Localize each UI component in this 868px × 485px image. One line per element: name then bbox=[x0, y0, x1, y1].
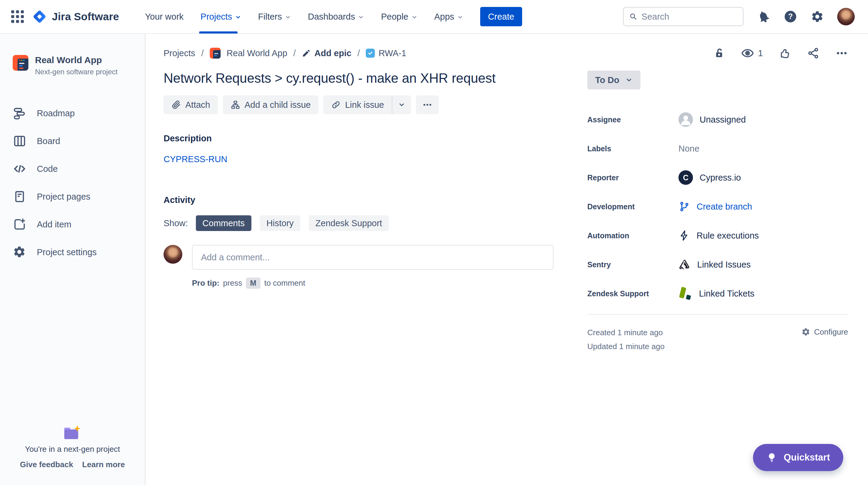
reporter-value[interactable]: C Cypress.io bbox=[679, 170, 741, 185]
jira-logo[interactable]: Jira Software bbox=[32, 9, 119, 24]
notifications-bell-icon[interactable] bbox=[757, 10, 770, 23]
settings-gear-icon[interactable] bbox=[811, 10, 824, 23]
breadcrumb-issue-key[interactable]: RWA-1 bbox=[366, 48, 406, 58]
add-item-icon bbox=[13, 218, 27, 231]
zendesk-linked-tickets-link[interactable]: Linked Tickets bbox=[679, 287, 754, 301]
sidebar-item-project-pages[interactable]: Project pages bbox=[13, 188, 137, 205]
link-icon bbox=[331, 100, 341, 110]
field-zendesk-support: Zendesk Support Linked Tickets bbox=[587, 285, 848, 302]
details-panel: To Do Assignee Unassigned bbox=[587, 71, 854, 353]
breadcrumb-add-epic[interactable]: Add epic bbox=[302, 48, 351, 58]
app-switcher-icon[interactable] bbox=[10, 9, 25, 24]
tab-zendesk-support[interactable]: Zendesk Support bbox=[309, 215, 389, 231]
configure-button[interactable]: Configure bbox=[801, 327, 848, 353]
next-gen-message: You're in a next-gen project bbox=[0, 445, 145, 454]
nav-filters[interactable]: Filters bbox=[250, 0, 300, 33]
like-thumbs-up-icon[interactable] bbox=[779, 47, 791, 59]
watch-eye-icon bbox=[741, 47, 754, 60]
details-divider bbox=[587, 314, 848, 315]
more-actions-button[interactable] bbox=[416, 95, 439, 114]
paperclip-icon bbox=[172, 100, 181, 110]
link-issue-split-button: Link issue bbox=[323, 95, 411, 114]
field-labels: Labels None bbox=[587, 140, 848, 157]
unlock-icon[interactable] bbox=[713, 47, 725, 59]
next-gen-folder-icon bbox=[64, 425, 81, 439]
tab-comments[interactable]: Comments bbox=[196, 215, 251, 231]
chevron-down-icon bbox=[625, 77, 632, 84]
lightbulb-icon bbox=[766, 452, 777, 463]
nav-people[interactable]: People bbox=[372, 0, 426, 33]
attach-button[interactable]: Attach bbox=[163, 95, 218, 114]
sidebar-item-project-settings[interactable]: Project settings bbox=[13, 244, 137, 261]
issue-view: Projects / Real World App / Add epic / R… bbox=[146, 34, 868, 485]
watch-count: 1 bbox=[758, 48, 763, 58]
field-assignee: Assignee Unassigned bbox=[587, 111, 848, 128]
chevron-down-icon bbox=[411, 14, 417, 20]
create-button[interactable]: Create bbox=[480, 7, 522, 26]
assignee-value[interactable]: Unassigned bbox=[679, 112, 746, 127]
product-name: Jira Software bbox=[52, 10, 119, 23]
labels-value[interactable]: None bbox=[679, 144, 699, 154]
m-keycap: M bbox=[246, 278, 261, 289]
svg-text:?: ? bbox=[788, 12, 793, 21]
unassigned-avatar-icon bbox=[679, 112, 693, 127]
quickstart-button[interactable]: Quickstart bbox=[753, 444, 843, 471]
nav-your-work[interactable]: Your work bbox=[136, 0, 192, 33]
chevron-down-icon bbox=[398, 101, 405, 108]
nav-dashboards[interactable]: Dashboards bbox=[300, 0, 372, 33]
breadcrumb-project[interactable]: Real World App bbox=[227, 48, 287, 58]
cypress-avatar-icon: C bbox=[679, 170, 693, 185]
updated-timestamp: Updated 1 minute ago bbox=[587, 339, 664, 353]
search-input[interactable] bbox=[642, 12, 737, 22]
status-dropdown[interactable]: To Do bbox=[587, 71, 641, 89]
chevron-down-icon bbox=[358, 14, 364, 20]
sentry-icon bbox=[679, 258, 690, 270]
nav-projects[interactable]: Projects bbox=[192, 0, 250, 33]
sidebar-item-add-item[interactable]: Add item bbox=[13, 216, 137, 233]
description-link[interactable]: CYPRESS-RUN bbox=[163, 154, 227, 164]
pro-tip: Pro tip: press M to comment bbox=[192, 278, 554, 289]
comment-user-avatar bbox=[163, 245, 182, 264]
give-feedback-link[interactable]: Give feedback bbox=[20, 460, 73, 469]
nav-apps[interactable]: Apps bbox=[426, 0, 472, 33]
sidebar-item-board[interactable]: Board bbox=[13, 132, 137, 150]
zendesk-icon bbox=[679, 287, 692, 301]
primary-nav: Your work Projects Filters Dashboards Pe… bbox=[136, 0, 471, 33]
learn-more-link[interactable]: Learn more bbox=[82, 460, 125, 469]
comment-field[interactable] bbox=[192, 245, 554, 270]
roadmap-icon bbox=[13, 106, 27, 120]
rule-executions-link[interactable]: Rule executions bbox=[679, 230, 759, 241]
field-development: Development Create branch bbox=[587, 198, 848, 215]
chevron-down-icon bbox=[285, 14, 291, 20]
project-sidebar: Real World App Next-gen software project… bbox=[0, 34, 146, 485]
sentry-linked-issues-link[interactable]: Linked Issues bbox=[679, 258, 751, 270]
project-type: Next-gen software project bbox=[35, 68, 117, 76]
issue-title[interactable]: Network Requests > cy.request() - make a… bbox=[163, 71, 554, 86]
description-heading: Description bbox=[163, 134, 554, 143]
tab-history[interactable]: History bbox=[260, 215, 300, 231]
sidebar-item-code[interactable]: Code bbox=[13, 160, 137, 177]
search-icon bbox=[629, 12, 638, 21]
chevron-down-icon bbox=[235, 14, 241, 20]
user-avatar[interactable] bbox=[837, 8, 855, 25]
comment-input[interactable] bbox=[201, 253, 545, 262]
code-icon bbox=[13, 162, 27, 176]
link-issue-dropdown-chevron[interactable] bbox=[392, 95, 411, 114]
create-branch-link[interactable]: Create branch bbox=[679, 201, 752, 212]
search-field[interactable] bbox=[623, 7, 744, 26]
share-icon[interactable] bbox=[807, 47, 820, 59]
watch-control[interactable]: 1 bbox=[741, 47, 763, 60]
project-header[interactable]: Real World App Next-gen software project bbox=[13, 55, 137, 76]
breadcrumb-projects[interactable]: Projects bbox=[163, 48, 195, 58]
project-avatar-icon bbox=[13, 55, 28, 71]
more-actions-icon[interactable] bbox=[835, 47, 848, 59]
link-issue-button[interactable]: Link issue bbox=[323, 95, 392, 114]
add-child-issue-button[interactable]: Add a child issue bbox=[223, 95, 318, 114]
configure-gear-icon bbox=[801, 327, 810, 336]
sidebar-item-roadmap[interactable]: Roadmap bbox=[13, 105, 137, 122]
help-icon[interactable]: ? bbox=[783, 10, 797, 24]
activity-heading: Activity bbox=[163, 195, 554, 205]
issue-toolbar: 1 bbox=[713, 47, 854, 60]
board-icon bbox=[13, 134, 27, 148]
project-name: Real World App bbox=[35, 55, 117, 65]
